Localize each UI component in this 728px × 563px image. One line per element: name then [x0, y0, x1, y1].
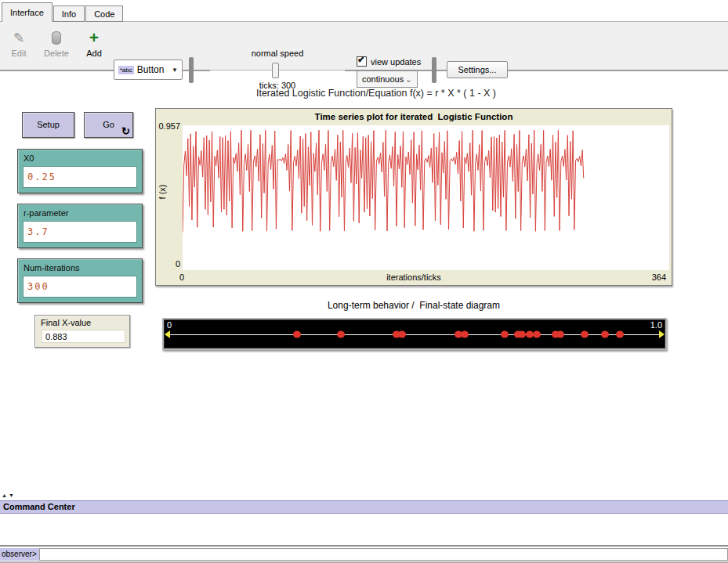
- netlogo-window: Interface Info Code ✎ Edit Delete + Add …: [0, 0, 728, 563]
- command-input[interactable]: [39, 548, 728, 561]
- time-series-plot: Time series plot for iterated Logistic F…: [155, 108, 672, 286]
- tab-info[interactable]: Info: [53, 5, 85, 22]
- state-dot: [337, 330, 345, 337]
- final-state-diagram: 0 1.0: [162, 318, 667, 350]
- plot-canvas: [183, 125, 669, 270]
- toolbar: ✎ Edit Delete + Add *abc Button ▼ normal…: [0, 21, 728, 71]
- monitor-value: 0.883: [42, 330, 125, 343]
- right-arrowhead-icon: [659, 330, 665, 338]
- state-dot: [581, 330, 589, 337]
- pencil-icon: ✎: [13, 30, 24, 46]
- delete-button-label: Delete: [44, 49, 69, 58]
- observer-prompt: observer>: [0, 548, 39, 561]
- x-axis-max-tick: 364: [652, 272, 666, 282]
- command-center-resize-arrows[interactable]: ▲▼: [2, 493, 16, 498]
- model-note: Iterated Logistic Function/Equation f(x)…: [118, 88, 635, 99]
- setup-button-label: Setup: [23, 120, 74, 129]
- final-x-monitor: Final X-value 0.883: [34, 315, 130, 348]
- input-label: Num-iterations: [18, 259, 142, 272]
- plot-title: Time series plot for iterated Logistic F…: [156, 112, 672, 121]
- final-state-title: Long-term behavior / Final-state diagram: [155, 300, 672, 311]
- widget-type-value: Button: [137, 64, 165, 75]
- speed-slider-thumb[interactable]: [272, 63, 279, 78]
- delete-button[interactable]: Delete: [41, 29, 72, 58]
- chevron-down-icon: ⌄: [405, 76, 412, 82]
- y-axis-min-tick: 0: [156, 259, 180, 269]
- delete-icon: [52, 31, 61, 45]
- toolbar-separator: [189, 57, 194, 83]
- state-dots-layer: [167, 319, 659, 348]
- state-dot: [533, 330, 541, 337]
- state-dot: [398, 330, 406, 337]
- view-updates-label: view updates: [371, 57, 421, 67]
- input-label: X0: [18, 150, 142, 163]
- y-axis-max-tick: 0.957: [156, 121, 180, 131]
- go-button[interactable]: Go ↻: [84, 112, 133, 138]
- speed-slider-label: normal speed: [210, 49, 345, 58]
- setup-button[interactable]: Setup: [22, 112, 74, 138]
- update-mode-dropdown[interactable]: continuous ⌄: [357, 70, 418, 88]
- update-mode-value: continuous: [362, 74, 404, 84]
- state-dot: [601, 330, 609, 337]
- widget-type-icon: *abc: [118, 66, 134, 74]
- collapse-down-icon: ▼: [9, 493, 16, 498]
- state-dot: [461, 330, 469, 337]
- y-axis-label: f (x): [158, 176, 167, 208]
- add-button-label: Add: [86, 49, 102, 58]
- forever-icon: ↻: [121, 125, 130, 137]
- input-label: r-parameter: [18, 204, 142, 218]
- command-prompt-row: observer>: [0, 548, 728, 561]
- tab-code[interactable]: Code: [85, 5, 123, 22]
- tab-interface[interactable]: Interface: [2, 2, 53, 22]
- dropdown-arrow-icon: ▼: [172, 67, 178, 74]
- x-axis-label: iterations/ticks: [156, 272, 672, 282]
- collapse-up-icon: ▲: [2, 493, 9, 498]
- x0-field[interactable]: [24, 167, 136, 187]
- state-dot: [501, 330, 509, 337]
- edit-button-label: Edit: [12, 49, 27, 58]
- input-widget-x0: X0: [17, 149, 143, 193]
- state-dot: [293, 330, 301, 337]
- input-widget-num-iterations: Num-iterations: [17, 258, 143, 303]
- add-widget-button[interactable]: + Add: [78, 29, 110, 58]
- command-center-output[interactable]: [0, 514, 728, 547]
- check-icon: ✔: [357, 54, 365, 65]
- state-dot: [616, 330, 624, 337]
- settings-button[interactable]: Settings...: [447, 61, 508, 78]
- time-series-line: [183, 125, 669, 270]
- view-updates-checkbox[interactable]: ✔: [357, 56, 367, 67]
- widget-type-dropdown[interactable]: *abc Button ▼: [114, 60, 183, 80]
- num-iterations-field[interactable]: [24, 276, 136, 297]
- state-dot: [556, 330, 564, 337]
- command-center-header: Command Center: [0, 500, 728, 514]
- edit-button[interactable]: ✎ Edit: [3, 29, 34, 58]
- plus-icon: +: [89, 31, 99, 44]
- toolbar-separator: [432, 57, 436, 83]
- input-widget-r-parameter: r-parameter: [17, 204, 143, 248]
- tab-bar: Interface Info Code: [2, 2, 124, 22]
- monitor-label: Final X-value: [35, 316, 129, 327]
- r-parameter-field[interactable]: [24, 222, 136, 242]
